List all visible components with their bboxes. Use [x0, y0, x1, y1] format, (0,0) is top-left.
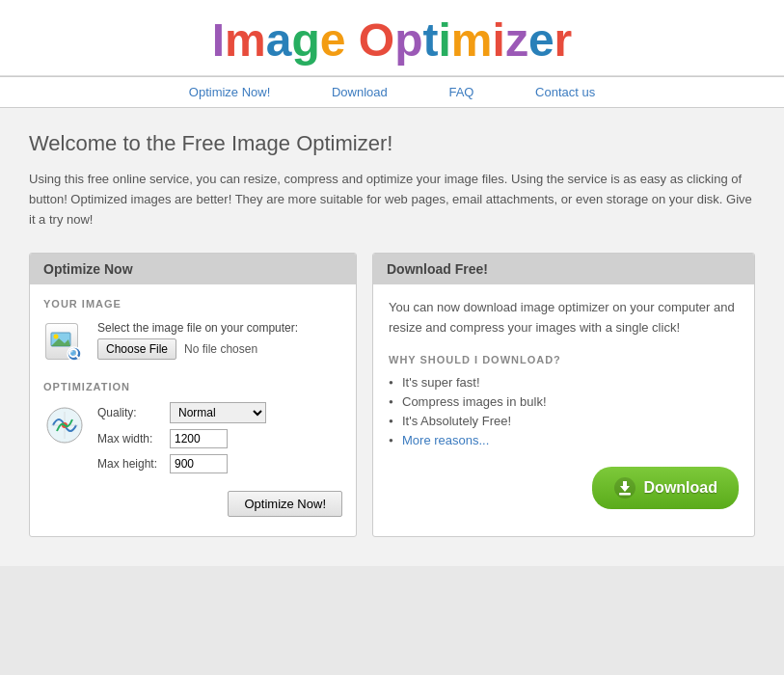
logo-letter: e — [320, 14, 346, 66]
download-btn-label: Download — [644, 479, 717, 497]
download-icon — [613, 476, 636, 500]
reasons-list: It's super fast! Compress images in bulk… — [389, 375, 739, 447]
download-button[interactable]: Download — [592, 467, 739, 509]
nav-download[interactable]: Download — [332, 85, 388, 99]
max-height-row: Max height: — [97, 454, 266, 473]
logo-letter: g — [291, 14, 319, 66]
header: Image Optimizer — [0, 0, 784, 76]
logo-letter: t — [423, 14, 439, 66]
reason-item-2: Compress images in bulk! — [389, 394, 739, 409]
reason-item-4: More reasons... — [389, 433, 739, 447]
nav: Optimize Now! Download FAQ Contact us — [0, 76, 784, 108]
content: Welcome to the Free Image Optimizer! Usi… — [0, 108, 784, 566]
welcome-title: Welcome to the Free Image Optimizer! — [29, 131, 755, 156]
nav-contact[interactable]: Contact us — [535, 85, 595, 99]
left-panel: Optimize Now YOUR IMAGE — [29, 253, 357, 537]
welcome-text: Using this free online service, you can … — [29, 170, 755, 230]
logo-letter: z — [505, 14, 528, 66]
max-height-label: Max height: — [97, 457, 170, 471]
right-panel-body: You can now download image optimizer on … — [373, 284, 754, 486]
file-select-area: Select the image file on your computer: … — [97, 321, 298, 360]
logo-letter: i — [439, 14, 451, 66]
file-row: 🔍 Select the image file on your computer… — [43, 319, 342, 362]
left-panel-header: Optimize Now — [30, 254, 356, 284]
max-height-input[interactable] — [170, 454, 228, 473]
svg-point-4 — [54, 335, 59, 339]
no-file-label: No file chosen — [184, 342, 257, 356]
more-reasons-link[interactable]: More reasons... — [402, 433, 489, 447]
left-panel-body: YOUR IMAGE — [30, 284, 356, 536]
logo: Image Optimizer — [0, 17, 784, 64]
reason-text-2: Compress images in bulk! — [402, 394, 547, 409]
svg-rect-13 — [619, 493, 631, 496]
max-width-label: Max width: — [97, 432, 170, 446]
logo-letter: i — [493, 14, 505, 66]
nav-faq[interactable]: FAQ — [448, 85, 473, 99]
logo-letter: I — [212, 14, 225, 66]
download-intro: You can now download image optimizer on … — [389, 298, 739, 338]
page-wrapper: Image Optimizer Optimize Now! Download F… — [0, 0, 784, 675]
reason-text-1: It's super fast! — [402, 375, 480, 390]
logo-letter: r — [554, 14, 573, 66]
right-panel-header: Download Free! — [373, 254, 754, 284]
optimization-icon — [43, 404, 86, 446]
file-controls: Choose File No file chosen — [97, 338, 298, 360]
optimize-btn-row: Optimize Now! — [43, 491, 342, 517]
reason-item-3: It's Absolutely Free! — [389, 414, 739, 428]
logo-letter: a — [266, 14, 292, 66]
reason-text-3: It's Absolutely Free! — [402, 414, 511, 428]
quality-select[interactable]: Normal High Very High Maximum — [170, 402, 266, 423]
max-width-row: Max width: — [97, 429, 266, 448]
nav-optimize-now[interactable]: Optimize Now! — [189, 85, 271, 99]
your-image-section-label: YOUR IMAGE — [43, 298, 342, 310]
file-icon: 🔍 — [43, 319, 86, 362]
logo-letter: m — [225, 14, 266, 66]
why-download-label: WHY SHOULD I DOWNLOAD? — [389, 354, 739, 365]
optimization-section-label: OPTIMIZATION — [43, 381, 342, 392]
max-width-input[interactable] — [170, 429, 228, 448]
logo-letter: e — [528, 14, 554, 66]
quality-row: Quality: Normal High Very High Maximum — [97, 402, 266, 423]
optimization-fields: Quality: Normal High Very High Maximum M… — [97, 402, 266, 479]
choose-file-button[interactable]: Choose File — [97, 338, 176, 360]
two-column-layout: Optimize Now YOUR IMAGE — [29, 253, 755, 537]
right-panel: Download Free! You can now download imag… — [372, 253, 755, 537]
file-prompt: Select the image file on your computer: — [97, 321, 298, 335]
logo-letter: p — [394, 14, 422, 66]
optimize-now-button[interactable]: Optimize Now! — [228, 491, 342, 517]
logo-letter: O — [359, 14, 394, 66]
optimization-row: Quality: Normal High Very High Maximum M… — [43, 402, 342, 479]
reason-item-1: It's super fast! — [389, 375, 739, 390]
quality-label: Quality: — [97, 406, 170, 419]
logo-letter: m — [451, 14, 493, 66]
